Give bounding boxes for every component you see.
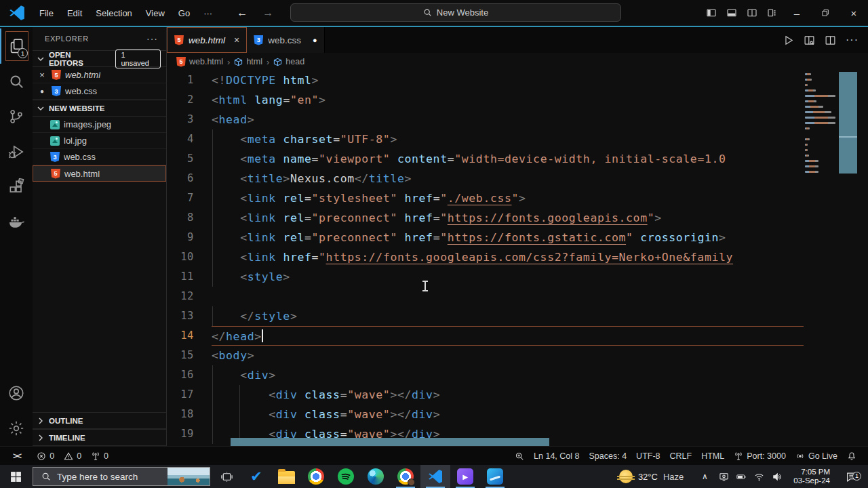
split-editor-icon[interactable] [825, 35, 836, 46]
taskbar-file-explorer[interactable] [271, 465, 301, 488]
timeline-section-header[interactable]: TIMELINE [33, 429, 166, 446]
code-line[interactable]: 10 <link href="https://fonts.googleapis.… [167, 247, 868, 267]
menu-item-view[interactable]: View [139, 5, 172, 21]
forward-arrow-icon[interactable]: → [262, 7, 273, 19]
code-line[interactable]: 15<body> [167, 346, 868, 365]
statusbar-ln-14-col-8[interactable]: Ln 14, Col 8 [529, 451, 584, 461]
code-line[interactable]: 2<html lang="en"> [167, 90, 868, 110]
taskbar-task-view[interactable] [212, 465, 241, 488]
code-line[interactable]: 3<head> [167, 110, 868, 129]
lay-sidebar-icon[interactable] [701, 0, 722, 26]
statusbar-go-live[interactable]: Go Live [791, 451, 842, 461]
minimize-button[interactable]: – [783, 0, 811, 26]
open-editor-item[interactable]: ●3web.css [33, 83, 166, 100]
activitybar-search[interactable] [0, 64, 33, 99]
volume-icon[interactable] [768, 472, 785, 482]
tray-chevron-up-icon[interactable]: ∧ [696, 472, 713, 481]
monitor-icon[interactable] [715, 472, 732, 482]
vertical-scrollbar[interactable] [839, 72, 857, 174]
file-tree-item[interactable]: images.jpeg [33, 117, 166, 133]
open-editor-item[interactable]: ×5web.html [33, 67, 166, 83]
statusbar-utf-8[interactable]: UTF-8 [631, 451, 665, 461]
code-line[interactable]: 14</head> [167, 326, 868, 346]
activitybar-docker[interactable] [0, 205, 33, 240]
code-line[interactable]: 7 <link rel="stylesheet" href="./web.css… [167, 188, 868, 208]
statusbar-tower[interactable]: 0 [86, 451, 113, 461]
close-icon[interactable]: × [37, 70, 47, 80]
menu-item-file[interactable]: File [33, 5, 60, 21]
taskbar-chrome-profile[interactable] [391, 465, 420, 488]
menu-item-go[interactable]: Go [172, 5, 197, 21]
activitybar-settings[interactable] [0, 411, 33, 446]
menu-item-[interactable]: ··· [197, 5, 219, 21]
dirty-dot-icon[interactable]: ● [37, 87, 47, 95]
statusbar-html[interactable]: HTML [696, 451, 729, 461]
breadcrumb-item[interactable]: 5web.html [176, 57, 223, 67]
taskbar-clock[interactable]: 7:05 PM 03-Sep-24 [787, 468, 837, 485]
file-tree-item[interactable]: 3web.css [33, 149, 166, 165]
file-tree-item[interactable]: lol.jpg [33, 133, 166, 149]
code-line[interactable]: 5 <meta name="viewport" content="width=d… [167, 149, 868, 169]
code-editor[interactable]: 1<!DOCTYPE html>2<html lang="en">3<head>… [167, 70, 868, 446]
restore-icon[interactable] [811, 0, 840, 26]
activitybar-extensions[interactable] [0, 169, 33, 205]
activitybar-source-control[interactable] [0, 99, 33, 134]
taskbar-check-app[interactable]: ✔ [241, 465, 271, 488]
start-button[interactable] [0, 465, 31, 488]
taskbar-blue-app[interactable] [480, 465, 510, 488]
lay-panel-icon[interactable] [722, 0, 742, 26]
taskbar-vscode[interactable] [420, 465, 450, 488]
statusbar-remote[interactable]: >< [7, 451, 32, 461]
taskbar-filmora[interactable]: ▶ [450, 465, 480, 488]
close-button[interactable]: × [840, 0, 868, 26]
menu-item-edit[interactable]: Edit [60, 5, 89, 21]
horizontal-scrollbar[interactable] [231, 438, 549, 446]
minimap[interactable] [805, 73, 837, 176]
breadcrumb-item[interactable]: html [234, 57, 262, 66]
code-line[interactable]: 6 <title>Nexus.com</title> [167, 169, 868, 188]
editor-tab[interactable]: 3web.css● [247, 27, 324, 53]
command-center-search[interactable]: New Website [290, 3, 621, 22]
battery-icon[interactable] [732, 472, 750, 482]
file-tree-item[interactable]: 5web.html [33, 165, 166, 182]
outline-section-header[interactable]: OUTLINE [33, 412, 166, 429]
wifi-icon[interactable] [750, 472, 768, 482]
code-line[interactable]: 4 <meta charset="UTF-8"> [167, 129, 868, 149]
statusbar-port-3000[interactable]: Port: 3000 [729, 451, 791, 461]
open-editors-header[interactable]: OPEN EDITORS 1 unsaved [33, 50, 166, 67]
code-line[interactable]: 16 <div> [167, 365, 868, 385]
taskbar-chrome[interactable] [301, 465, 331, 488]
folder-section-header[interactable]: NEW WEBSITE [33, 100, 166, 117]
statusbar-zoom-plus[interactable] [510, 451, 529, 461]
statusbar-warning[interactable]: 0 [59, 451, 86, 461]
open-preview-icon[interactable] [804, 35, 815, 46]
tab-dirty-dot-icon[interactable]: ● [313, 36, 317, 44]
code-line[interactable]: 18 <div class="wave"></div> [167, 405, 868, 424]
editor-tab[interactable]: 5web.html× [167, 27, 247, 53]
statusbar-bell[interactable] [842, 451, 861, 461]
code-line[interactable]: 11 <style> [167, 267, 868, 287]
taskbar-weather[interactable]: 32°C Haze [619, 470, 694, 483]
taskbar-spotify[interactable] [331, 465, 361, 488]
statusbar-spaces-4[interactable]: Spaces: 4 [585, 451, 632, 461]
code-line[interactable]: 8 <link rel="preconnect" href="https://f… [167, 208, 868, 228]
lay-custom-icon[interactable] [762, 0, 783, 26]
explorer-more-icon[interactable]: ··· [146, 33, 158, 44]
activitybar-run-debug[interactable] [0, 134, 33, 169]
taskbar-search-input[interactable]: Type here to search [33, 467, 210, 486]
back-arrow-icon[interactable]: ← [237, 7, 248, 19]
more-actions-icon[interactable]: ··· [846, 34, 859, 46]
statusbar-crlf[interactable]: CRLF [665, 451, 697, 461]
code-line[interactable]: 9 <link rel="preconnect" href="https://f… [167, 228, 868, 247]
notification-center-button[interactable]: 1 [838, 471, 864, 483]
tab-close-icon[interactable]: × [234, 35, 239, 45]
run-button[interactable] [783, 35, 794, 46]
code-line[interactable]: 13 </style> [167, 306, 868, 326]
breadcrumb-item[interactable]: head [273, 57, 304, 66]
code-line[interactable]: 1<!DOCTYPE html> [167, 70, 868, 90]
code-line[interactable]: 17 <div class="wave"></div> [167, 385, 868, 405]
activitybar-accounts[interactable] [0, 375, 33, 411]
taskbar-edge[interactable] [361, 465, 391, 488]
activitybar-explorer[interactable]: 1 [0, 28, 33, 64]
menu-item-selection[interactable]: Selection [89, 5, 138, 21]
